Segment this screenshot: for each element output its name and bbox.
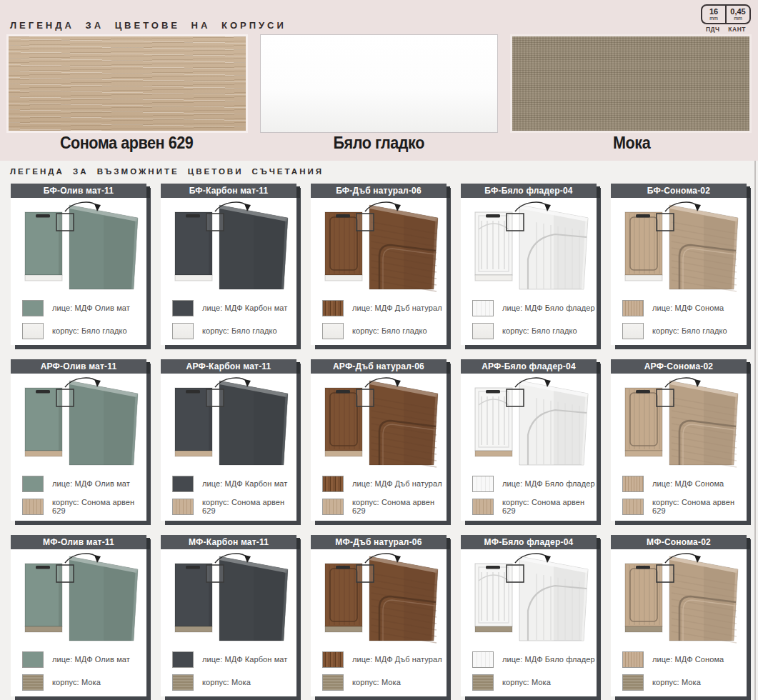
body-legend-row: корпус: Сонома арвен 629	[622, 496, 747, 517]
cabinet-door-illustration	[161, 198, 296, 293]
face-color-swatch	[172, 476, 194, 492]
cabinet-door-illustration	[311, 549, 447, 644]
body-label: корпус: Бяло гладко	[52, 326, 127, 335]
body-label: корпус: Бяло гладко	[352, 326, 427, 335]
combo-card-header: АРФ-Бяло фладер-04	[461, 359, 597, 374]
face-color-swatch	[622, 476, 644, 492]
combo-card: БФ-Дъб натурал-06 лице: МДФ Дъб натурал …	[311, 184, 447, 345]
body-legend-row: корпус: Сонома арвен 629	[22, 496, 146, 517]
combo-card: МФ-Сонома-02 лице: МДФ Сонома корпус: Мо…	[611, 535, 747, 696]
combo-card-legend: лице: МДФ Олив мат корпус: Бяло гладко	[11, 293, 146, 341]
cabinet-door-illustration	[11, 374, 146, 469]
combo-card-legend: лице: МДФ Карбон мат корпус: Сонома арве…	[161, 469, 296, 517]
body-color-swatch	[472, 499, 494, 515]
combo-card-header: МФ-Карбон мат-11	[161, 535, 296, 549]
face-label: лице: МДФ Дъб натурал	[352, 655, 442, 664]
cabinet-door-illustration	[11, 549, 146, 644]
body-label: корпус: Сонома арвен 629	[652, 498, 747, 515]
face-legend-row: лице: МДФ Карбон мат	[172, 473, 296, 494]
combo-card-legend: лице: МДФ Сонома корпус: Мока	[611, 644, 747, 693]
body-label: корпус: Бяло гладко	[502, 326, 577, 335]
face-label: лице: МДФ Сонома	[652, 479, 724, 488]
swatch-moka	[510, 34, 752, 133]
face-color-swatch	[172, 651, 194, 668]
face-legend-row: лице: МДФ Дъб натурал	[322, 297, 447, 319]
body-color-swatch	[322, 674, 344, 691]
face-color-swatch	[322, 300, 344, 316]
body-color-swatch	[22, 323, 44, 339]
combo-card: МФ-Карбон мат-11 лице: МДФ Карбон мат ко…	[161, 535, 296, 696]
combo-card-header: БФ-Дъб натурал-06	[311, 184, 447, 198]
cabinet-door-illustration	[611, 198, 747, 293]
combo-card-header: БФ-Бяло фладер-04	[461, 184, 597, 198]
edge-band-cell: 0,45 mm	[725, 6, 749, 23]
edge-band-label: КАНТ	[728, 26, 746, 33]
body-label: корпус: Мока	[52, 678, 101, 686]
edge-spec-box: 16 mm 0,45 mm ПДЧ КАНТ	[701, 4, 751, 33]
body-label: корпус: Сонома арвен 629	[202, 498, 296, 515]
face-label: лице: МДФ Сонома	[652, 304, 724, 312]
combo-card-header: БФ-Сонома-02	[611, 184, 747, 198]
body-color-swatch	[322, 499, 344, 515]
catalog-page: { "section1": { "title": "ЛЕГЕНДА ЗА ЦВЕ…	[0, 0, 758, 700]
face-label: лице: МДФ Бяло фладер	[502, 479, 595, 488]
face-legend-row: лице: МДФ Бяло фладер	[472, 297, 597, 319]
face-color-swatch	[22, 651, 44, 668]
body-legend-row: корпус: Мока	[472, 671, 597, 693]
color-combinations-section: ЛЕГЕНДА ЗА ВЪЗМОЖНИТЕ ЦВЕТОВИ СЪЧЕТАНИЯ …	[0, 161, 758, 700]
combo-card: АРФ-Карбон мат-11 лице: МДФ Карбон мат к…	[161, 359, 296, 521]
combo-card-header: БФ-Карбон мат-11	[161, 184, 296, 198]
cabinet-door-illustration	[311, 374, 447, 469]
face-color-swatch	[472, 651, 494, 668]
face-legend-row: лице: МДФ Сонома	[622, 473, 747, 494]
face-color-swatch	[322, 476, 344, 492]
face-label: лице: МДФ Бяло фладер	[502, 655, 595, 664]
body-label: корпус: Сонома арвен 629	[502, 498, 597, 515]
body-color-swatch	[622, 499, 644, 515]
face-label: лице: МДФ Дъб натурал	[352, 304, 442, 312]
combo-card: АРФ-Бяло фладер-04 лице: МДФ Бяло фладер…	[461, 359, 597, 521]
body-legend-row: корпус: Бяло гладко	[622, 320, 747, 341]
face-legend-row: лице: МДФ Олив мат	[22, 473, 146, 494]
body-legend-row: корпус: Сонома арвен 629	[472, 496, 597, 517]
body-label: корпус: Бяло гладко	[202, 326, 277, 335]
body-legend-row: корпус: Бяло гладко	[22, 320, 146, 341]
combo-card: АРФ-Олив мат-11 лице: МДФ Олив мат корпу…	[11, 359, 146, 521]
face-label: лице: МДФ Карбон мат	[202, 304, 287, 312]
face-legend-row: лице: МДФ Олив мат	[22, 649, 146, 670]
face-color-swatch	[22, 300, 44, 316]
swatch-name-sonoma-arven-629: Сонома арвен 629	[19, 133, 235, 153]
body-label: корпус: Бяло гладко	[652, 326, 727, 335]
cabinet-door-illustration	[11, 198, 146, 293]
face-label: лице: МДФ Карбон мат	[202, 479, 287, 488]
body-label: корпус: Сонома арвен 629	[352, 498, 447, 515]
body-legend-row: корпус: Мока	[622, 671, 747, 693]
combo-card-header: МФ-Сонома-02	[611, 535, 747, 549]
swatch-sonoma-arven-629	[6, 34, 248, 133]
face-label: лице: МДФ Олив мат	[52, 304, 130, 312]
body-legend-row: корпус: Бяло гладко	[322, 320, 447, 341]
body-color-swatch	[172, 499, 194, 515]
combo-card-header: АРФ-Олив мат-11	[11, 359, 146, 374]
combo-card-legend: лице: МДФ Дъб натурал корпус: Сонома арв…	[311, 469, 447, 517]
body-color-swatch	[622, 674, 644, 691]
combo-card: АРФ-Дъб натурал-06 лице: МДФ Дъб натурал…	[311, 359, 447, 521]
cabinet-door-illustration	[461, 549, 597, 644]
body-color-swatch	[22, 674, 44, 691]
cabinet-door-illustration	[611, 549, 747, 644]
body-legend-row: корпус: Бяло гладко	[472, 320, 597, 341]
body-colors-title: ЛЕГЕНДА ЗА ЦВЕТОВЕ НА КОРПУСИ	[10, 20, 286, 31]
combo-card-header: МФ-Дъб натурал-06	[311, 535, 447, 549]
face-legend-row: лице: МДФ Олив мат	[22, 297, 146, 319]
combo-card-legend: лице: МДФ Дъб натурал корпус: Мока	[311, 644, 447, 693]
body-color-swatch	[172, 674, 194, 691]
combo-card: МФ-Олив мат-11 лице: МДФ Олив мат корпус…	[11, 535, 146, 696]
body-label: корпус: Мока	[352, 678, 401, 686]
edge-band-value: 0,45	[730, 8, 745, 16]
face-legend-row: лице: МДФ Бяло фладер	[472, 649, 597, 670]
combo-card-header: АРФ-Сонома-02	[611, 359, 747, 374]
combo-card-legend: лице: МДФ Карбон мат корпус: Мока	[161, 644, 296, 693]
body-legend-row: корпус: Сонома арвен 629	[322, 496, 447, 517]
body-color-swatch	[622, 323, 644, 339]
face-label: лице: МДФ Бяло фладер	[502, 304, 595, 312]
